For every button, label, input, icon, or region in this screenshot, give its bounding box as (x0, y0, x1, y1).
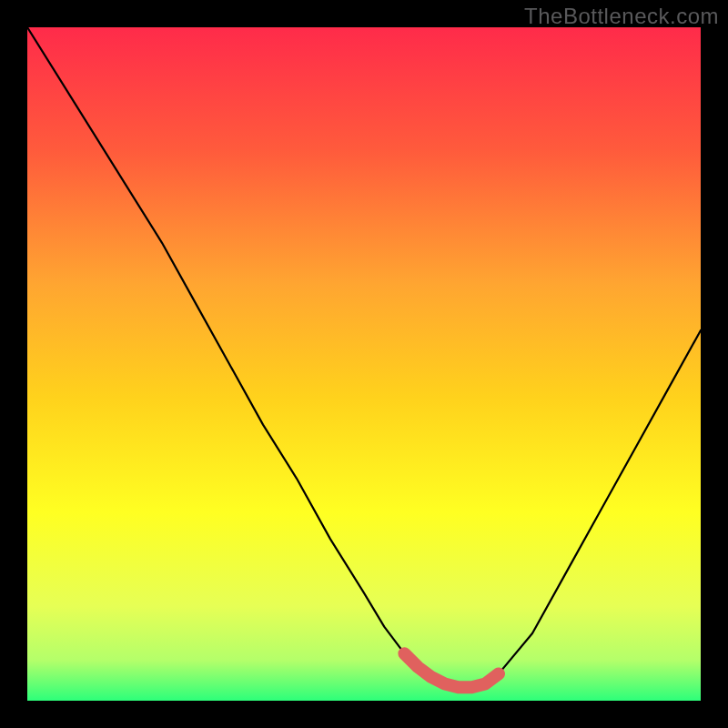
watermark-text: TheBottleneck.com (524, 4, 719, 29)
chart-container: TheBottleneck.com (0, 0, 728, 728)
gradient-background (27, 27, 701, 701)
bottleneck-curve-chart (27, 27, 701, 701)
